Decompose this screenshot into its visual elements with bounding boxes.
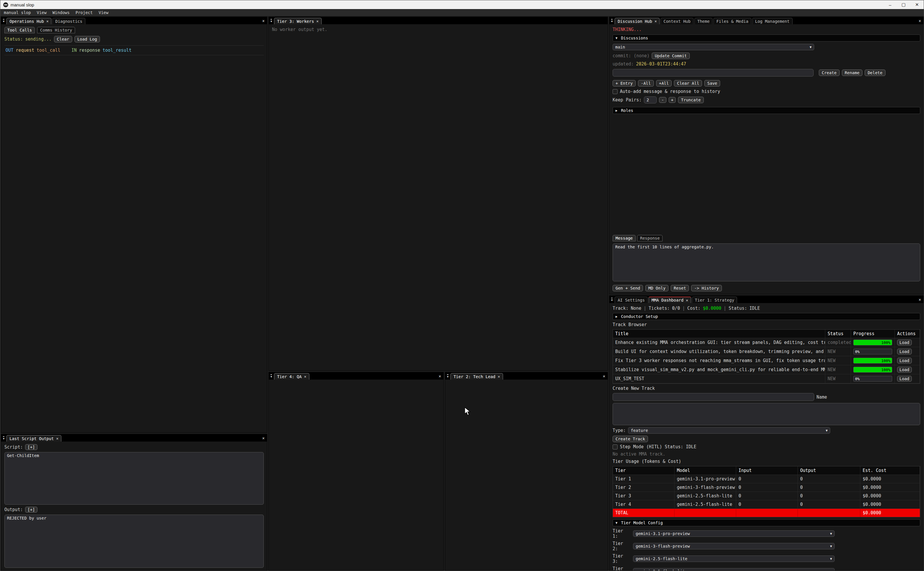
panel-close-icon[interactable]: ✕: [439, 374, 441, 378]
discussion-select[interactable]: main ▼: [613, 44, 814, 50]
discussion-name-input[interactable]: [613, 69, 813, 77]
track-type-select[interactable]: feature ▼: [628, 427, 830, 434]
close-icon[interactable]: ✕: [910, 0, 924, 9]
load-track-button[interactable]: Load: [897, 367, 912, 373]
reset-button[interactable]: Reset: [671, 285, 689, 291]
tab-log-management[interactable]: Log Management: [752, 18, 793, 24]
usage-total-spacer: [798, 509, 860, 517]
panel-close-icon[interactable]: ✕: [919, 19, 921, 23]
menu-item-view[interactable]: View: [37, 10, 47, 15]
panel-menu-icon[interactable]: ▼: [271, 19, 272, 23]
log-out-kind: request: [16, 48, 34, 53]
tab-close-icon[interactable]: ✕: [56, 436, 59, 441]
tier-model-config-section-header[interactable]: ▼ Tier Model Config: [613, 519, 920, 526]
tier3-model-select[interactable]: gemini-2.5-flash-lite ▼: [633, 556, 835, 562]
panel-menu-icon[interactable]: ▼: [271, 374, 272, 378]
mma-dashboard-panel: ▼ AI Settings MMA Dashboard ✕ Tier 1: St…: [609, 295, 924, 571]
tab-tool-calls[interactable]: Tool Calls: [5, 27, 35, 33]
tab-close-icon[interactable]: ✕: [654, 19, 657, 23]
output-textarea[interactable]: REJECTED by user: [5, 515, 264, 568]
tab-context-hub[interactable]: Context Hub: [661, 18, 693, 24]
output-expand-button[interactable]: [+]: [25, 507, 37, 512]
discussions-section-header[interactable]: ▼ Discussions: [613, 34, 920, 42]
tab-close-icon[interactable]: ✕: [686, 298, 688, 302]
tab-discussion-hub[interactable]: Discussion Hub ✕: [614, 18, 660, 24]
tool-call-log-row[interactable]: OUT request tool_call IN response tool_r…: [5, 46, 264, 55]
tier4-model-select[interactable]: gemini-2.5-flash-lite ▼: [633, 568, 835, 571]
expand-all-button[interactable]: +All: [656, 80, 672, 86]
tab-message[interactable]: Message: [613, 235, 636, 241]
tab-ai-settings[interactable]: AI Settings: [614, 296, 648, 303]
panel-close-icon[interactable]: ✕: [262, 19, 265, 23]
panel-close-icon[interactable]: ✕: [603, 374, 605, 378]
tab-mma-dashboard[interactable]: MMA Dashboard ✕: [648, 296, 691, 303]
clear-all-button[interactable]: Clear All: [674, 80, 702, 86]
tab-comms-history[interactable]: Comms History: [37, 27, 75, 33]
script-expand-button[interactable]: [+]: [25, 444, 37, 450]
tier1-model-select[interactable]: gemini-3.1-pro-preview ▼: [633, 530, 835, 537]
tab-tier4-qa[interactable]: Tier 4: QA ✕: [274, 373, 309, 380]
add-entry-button[interactable]: + Entry: [613, 80, 636, 86]
delete-button[interactable]: Delete: [865, 69, 886, 76]
rename-button[interactable]: Rename: [842, 69, 862, 76]
panel-close-icon[interactable]: ✕: [262, 436, 265, 440]
menu-item-view-2[interactable]: View: [99, 10, 108, 15]
roles-section-header[interactable]: ▶ Roles: [613, 107, 920, 114]
panel-menu-icon[interactable]: ▼: [611, 298, 613, 302]
menu-item-project[interactable]: Project: [75, 10, 92, 15]
gen-send-button[interactable]: Gen + Send: [613, 285, 643, 291]
panel-menu-icon[interactable]: ▼: [3, 436, 5, 440]
tab-close-icon[interactable]: ✕: [498, 374, 500, 379]
tab-tier2-tech-lead[interactable]: Tier 2: Tech Lead ✕: [450, 373, 503, 380]
tab-diagnostics[interactable]: Diagnostics: [52, 18, 85, 24]
usage-tier: Tier 4: [613, 500, 675, 509]
menu-item-manual-slop[interactable]: manual slop: [4, 10, 31, 15]
script-textarea[interactable]: Get-ChildItem: [5, 452, 264, 505]
load-track-button[interactable]: Load: [897, 358, 912, 364]
load-log-button[interactable]: Load Log: [74, 36, 100, 42]
autoadd-checkbox[interactable]: [613, 89, 618, 94]
message-textarea[interactable]: Read the first 10 lines of aggregate.py.: [613, 244, 920, 281]
load-track-button[interactable]: Load: [897, 340, 912, 346]
panel-menu-icon[interactable]: ▼: [611, 19, 613, 23]
tab-close-icon[interactable]: ✕: [316, 19, 319, 23]
tab-last-script-output[interactable]: Last Script Output ✕: [6, 435, 62, 441]
step-mode-checkbox[interactable]: [613, 444, 618, 449]
tab-theme[interactable]: Theme: [695, 18, 713, 24]
tab-operations-hub[interactable]: Operations Hub ✕: [6, 18, 51, 24]
new-track-name-input[interactable]: [613, 393, 814, 401]
update-commit-button[interactable]: Update Commit: [652, 52, 690, 59]
tab-close-icon[interactable]: ✕: [304, 374, 306, 379]
menu-item-windows[interactable]: Windows: [52, 10, 69, 15]
tier1-model-value: gemini-3.1-pro-preview: [636, 531, 690, 536]
track-status: completed: [825, 338, 851, 347]
tab-tier1-strategy[interactable]: Tier 1: Strategy: [692, 296, 737, 303]
create-button[interactable]: Create: [819, 69, 839, 76]
keep-pairs-plus-button[interactable]: +: [669, 97, 676, 103]
new-track-description-textarea[interactable]: [613, 403, 920, 425]
load-track-button[interactable]: Load: [897, 349, 912, 355]
panel-close-icon[interactable]: ✕: [919, 297, 921, 302]
conductor-setup-section-header[interactable]: ▶ Conductor Setup: [613, 313, 920, 320]
tier2-model-select[interactable]: gemini-3-flash-preview ▼: [633, 543, 835, 549]
tab-files-media[interactable]: Files & Media: [713, 18, 752, 24]
keep-pairs-minus-button[interactable]: -: [659, 97, 666, 103]
create-track-button[interactable]: Create Track: [613, 436, 648, 442]
md-only-button[interactable]: MD Only: [645, 285, 668, 291]
to-history-button[interactable]: -> History: [691, 285, 722, 291]
save-button[interactable]: Save: [704, 80, 720, 86]
tab-response[interactable]: Response: [637, 235, 662, 241]
create-new-track-label: Create New Track: [613, 386, 920, 391]
keep-pairs-input[interactable]: [644, 96, 657, 103]
load-track-button[interactable]: Load: [897, 376, 912, 382]
panel-menu-icon[interactable]: ▼: [3, 19, 5, 23]
truncate-button[interactable]: Truncate: [678, 97, 704, 103]
minimize-icon[interactable]: –: [883, 0, 897, 9]
tab-tier3-workers[interactable]: Tier 3: Workers ✕: [274, 18, 321, 24]
maximize-icon[interactable]: ▢: [897, 0, 910, 9]
tab-close-icon[interactable]: ✕: [46, 19, 48, 23]
section-label: Tier Model Config: [621, 520, 663, 525]
panel-menu-icon[interactable]: ▼: [447, 374, 448, 378]
collapse-all-button[interactable]: -All: [638, 80, 654, 86]
clear-button[interactable]: Clear: [54, 36, 72, 42]
